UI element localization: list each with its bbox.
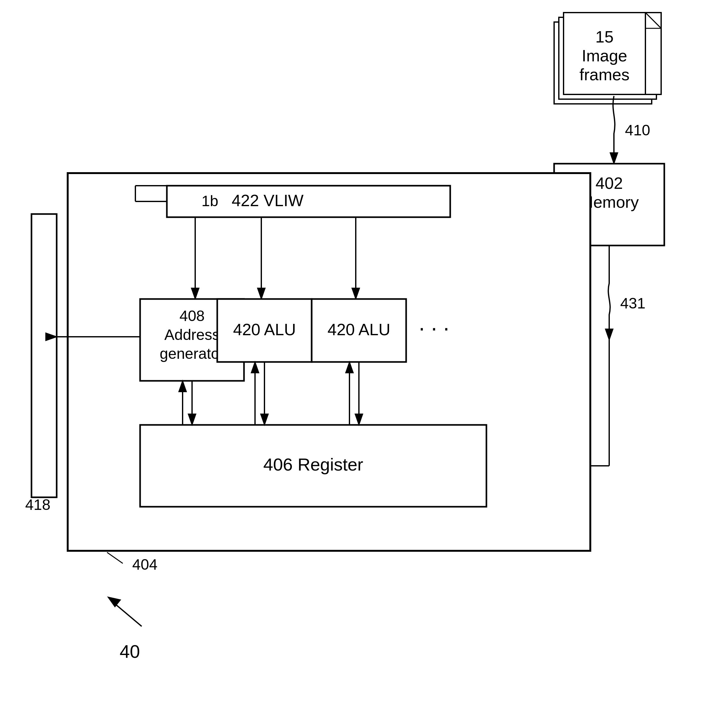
image-frames-label1: Image — [582, 47, 627, 65]
vliw-1b: 1b — [201, 193, 218, 209]
bus-bar-id: 418 — [25, 496, 50, 513]
vliw-label: 422 VLIW — [232, 191, 303, 210]
address-gen-id: 408 — [179, 307, 205, 324]
alu2-label: 420 ALU — [327, 320, 390, 339]
connector-431-label: 431 — [620, 295, 645, 312]
image-frames-label2: frames — [580, 66, 630, 84]
bus-bar — [32, 214, 57, 497]
dots: · · · — [419, 315, 449, 340]
register-label: 406 Register — [263, 454, 363, 474]
memory-id: 402 — [596, 174, 623, 192]
address-gen-label2: generator — [160, 345, 224, 362]
diagram-svg: 15 Image frames 410 402 Memory 431 404 4… — [0, 0, 709, 728]
diagram-container: 15 Image frames 410 402 Memory 431 404 4… — [0, 0, 709, 728]
svg-marker-35 — [107, 597, 121, 607]
figure-number: 40 — [120, 641, 140, 662]
svg-line-19 — [107, 552, 123, 563]
outer-box-id: 404 — [132, 556, 158, 573]
address-gen-label1: Address — [164, 326, 220, 343]
image-frames-id: 15 — [595, 28, 614, 46]
alu1-label: 420 ALU — [233, 320, 296, 339]
connector-410-label: 410 — [625, 122, 650, 138]
